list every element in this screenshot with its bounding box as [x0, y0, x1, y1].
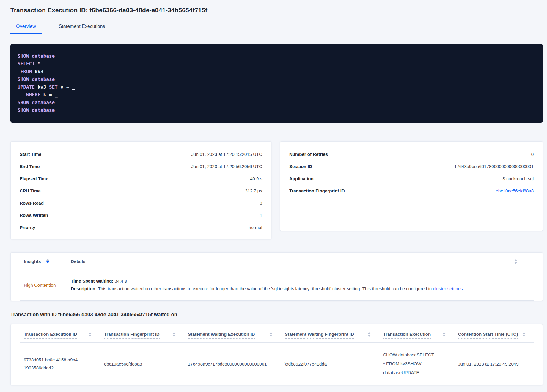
sort-icon[interactable] — [172, 332, 175, 337]
sort-icon[interactable] — [522, 332, 525, 337]
stat-value: $ cockroach sql — [503, 176, 534, 181]
sql-line: SHOW database — [18, 99, 536, 106]
stat-row: Rows Written1 — [20, 209, 262, 221]
time-spent-waiting-label: Time Spent Waiting: — [71, 278, 113, 283]
execution-meta-card: Number of Retries0Session ID17648a9eea60… — [280, 141, 543, 231]
column-header-statement-waiting-execution-id[interactable]: Statement Waiting Execution ID — [184, 332, 281, 339]
stat-row: Application$ cockroach sql — [289, 173, 534, 185]
column-header-label[interactable]: Transaction Fingerprint ID — [104, 332, 160, 339]
stat-value: 17648a9eea6017800000000000000001 — [454, 164, 534, 169]
details-column-header[interactable]: Details — [71, 259, 85, 266]
page-title: Transaction Execution ID: f6be6366-da03-… — [10, 7, 543, 14]
stat-label: Application — [289, 176, 314, 181]
column-header-label[interactable]: Statement Waiting Fingerprint ID — [285, 332, 354, 339]
sort-icon[interactable] — [443, 332, 446, 337]
stat-label: End Time — [20, 164, 40, 169]
column-header-label[interactable]: Transaction Execution — [383, 332, 431, 339]
stat-value: Jun 01, 2023 at 17:20:56:2056 UTC — [191, 164, 262, 169]
transaction-fingerprint-id-link[interactable]: ebc10ae56cfd88a8 — [496, 188, 534, 193]
transaction-details-page: Transaction Execution ID: f6be6366-da03-… — [0, 0, 547, 385]
execution-timing-card: Start TimeJun 01, 2023 at 17:20:15:2015 … — [10, 141, 271, 239]
sql-line: SHOW database — [18, 52, 536, 60]
stat-label: Rows Read — [20, 200, 44, 206]
stat-row: Rows Read3 — [20, 197, 262, 209]
stat-label: Number of Retries — [289, 152, 328, 157]
sql-statements-box: SHOW databaseSELECT * FROM kv3SHOW datab… — [10, 44, 543, 123]
insight-details: Time Spent Waiting: 34.4 s Description: … — [67, 277, 534, 293]
sql-line: SHOW database — [18, 106, 536, 114]
stat-row: Session ID17648a9eea60178000000000000000… — [289, 160, 534, 173]
stat-label: Session ID — [289, 164, 312, 169]
cell-statement-waiting-fingerprint-id: \xdb8922f077541dda — [281, 360, 379, 368]
sql-line: SELECT * — [18, 60, 536, 68]
description-text: This transaction waited on other transac… — [98, 286, 433, 291]
stat-row: CPU Time312.7 µs — [20, 185, 262, 197]
sql-line: UPDATE kv3 SET v = _ — [18, 83, 536, 91]
stat-label: Start Time — [20, 152, 41, 157]
stat-row: Number of Retries0 — [289, 148, 534, 160]
sort-icon[interactable] — [89, 332, 92, 337]
column-header-contention-start-time[interactable]: Contention Start Time (UTC) — [454, 332, 534, 339]
cell-transaction-fingerprint-id: ebc10ae56cfd88a8 — [100, 360, 184, 368]
column-header-label[interactable]: Transaction Execution ID — [24, 332, 77, 339]
stat-row: End TimeJun 01, 2023 at 17:20:56:2056 UT… — [20, 160, 262, 173]
cell-contention-start-time: Jun 01, 2023 at 17:20:49:2049 — [454, 360, 534, 368]
stat-value: 3 — [260, 200, 262, 206]
waited-on-heading: Transaction with ID f6be6366-da03-48de-a… — [10, 312, 543, 318]
stat-value: Jun 01, 2023 at 17:20:15:2015 UTC — [191, 152, 262, 157]
stat-label: Priority — [20, 225, 35, 230]
stat-value: 0 — [531, 152, 534, 157]
sort-icon[interactable] — [46, 259, 49, 263]
stat-label: Transaction Fingerprint ID — [289, 188, 345, 193]
stat-value: normal — [249, 225, 262, 230]
stat-label: Elapsed Time — [20, 176, 48, 181]
column-header-transaction-execution[interactable]: Transaction Execution — [379, 332, 454, 339]
sort-icon[interactable] — [514, 259, 517, 264]
cell-transaction-execution: SHOW databaseSELECT * FROM kv3SHOW datab… — [379, 350, 454, 377]
sort-icon[interactable] — [368, 332, 371, 337]
insights-card: Insights Details High Contention Time Sp… — [10, 252, 543, 301]
stat-value: 40.9 s — [250, 176, 262, 181]
sql-line: WHERE k = _ — [18, 91, 536, 99]
time-spent-waiting-line: Time Spent Waiting: 34.4 s — [71, 277, 534, 285]
waited-on-table-card: Transaction Execution IDTransaction Fing… — [10, 324, 543, 385]
description-line: Description: This transaction waited on … — [71, 285, 534, 293]
stat-value: 1 — [260, 213, 262, 218]
tab-statement-executions[interactable]: Statement Executions — [53, 21, 111, 34]
sql-line: SHOW database — [18, 76, 536, 83]
tab-overview[interactable]: Overview — [10, 21, 42, 34]
column-header-transaction-fingerprint-id[interactable]: Transaction Fingerprint ID — [100, 332, 184, 339]
insight-row: High Contention Time Spent Waiting: 34.4… — [20, 270, 534, 301]
column-header-transaction-execution-id[interactable]: Transaction Execution ID — [20, 332, 100, 339]
description-label: Description: — [71, 286, 97, 291]
transaction-execution-link[interactable]: SHOW databaseSELECT * FROM kv3SHOW datab… — [383, 350, 435, 377]
tab-bar: Overview Statement Executions — [10, 21, 543, 34]
description-period: . — [463, 286, 464, 291]
insight-type-label: High Contention — [20, 277, 67, 293]
stat-row: Start TimeJun 01, 2023 at 17:20:15:2015 … — [20, 148, 262, 160]
insights-table-header: Insights Details — [20, 253, 534, 270]
table-row: 9738d051-bc0e-4158-a9b4-1903586ddd42ebc1… — [20, 343, 534, 385]
cluster-settings-link[interactable]: cluster settings — [433, 286, 463, 291]
waited-on-table-header: Transaction Execution IDTransaction Fing… — [20, 324, 534, 343]
stat-row: Transaction Fingerprint IDebc10ae56cfd88… — [289, 185, 534, 197]
column-header-statement-waiting-fingerprint-id[interactable]: Statement Waiting Fingerprint ID — [281, 332, 379, 339]
insights-column-header[interactable]: Insights — [24, 259, 41, 266]
time-spent-waiting-value: 34.4 s — [115, 278, 127, 283]
sql-line: FROM kv3 — [18, 68, 536, 76]
column-header-label[interactable]: Contention Start Time (UTC) — [458, 332, 518, 339]
sort-icon[interactable] — [269, 332, 272, 337]
stat-label: CPU Time — [20, 188, 41, 193]
summary-cards-row: Start TimeJun 01, 2023 at 17:20:15:2015 … — [10, 141, 543, 239]
stat-row: Elapsed Time40.9 s — [20, 173, 262, 185]
stat-value: 312.7 µs — [245, 188, 262, 193]
column-header-label[interactable]: Statement Waiting Execution ID — [188, 332, 255, 339]
stat-row: Prioritynormal — [20, 221, 262, 233]
cell-statement-waiting-execution-id: 176498a9c717bdc80000000000000001 — [184, 360, 281, 368]
cell-transaction-execution-id: 9738d051-bc0e-4158-a9b4-1903586ddd42 — [20, 356, 100, 372]
stat-label: Rows Written — [20, 213, 48, 218]
